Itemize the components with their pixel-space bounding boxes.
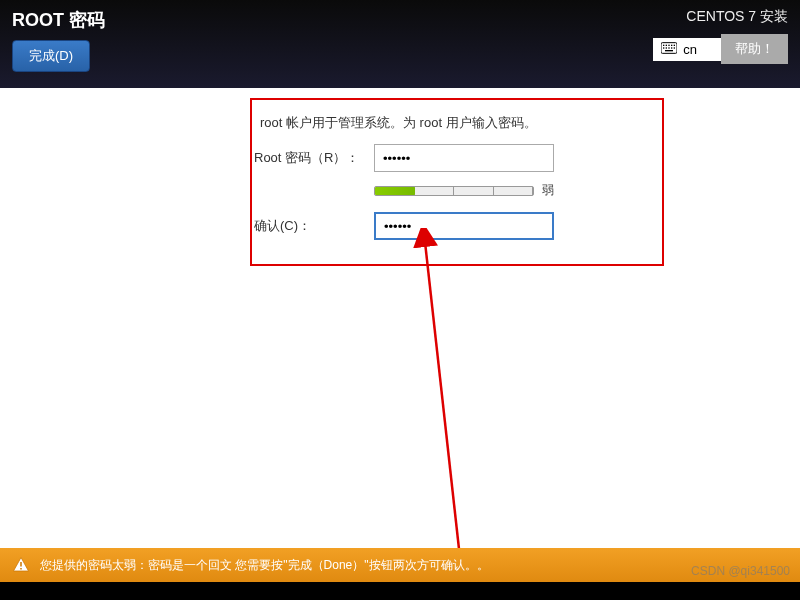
password-strength-label: 弱 (542, 182, 554, 199)
header-left: ROOT 密码 完成(D) (12, 8, 105, 80)
password-strength-meter (374, 186, 534, 196)
svg-rect-3 (669, 44, 670, 45)
watermark-text: CSDN @qi341500 (691, 564, 790, 578)
svg-rect-5 (674, 44, 675, 45)
svg-rect-11 (665, 50, 673, 51)
password-strength-fill (375, 187, 415, 195)
svg-rect-2 (666, 44, 667, 45)
confirm-password-input[interactable] (374, 212, 554, 240)
svg-rect-4 (671, 44, 672, 45)
annotation-arrow (330, 228, 480, 568)
svg-rect-6 (663, 47, 664, 48)
language-selector[interactable]: cn (653, 38, 721, 61)
svg-rect-15 (20, 568, 22, 570)
svg-rect-8 (669, 47, 670, 48)
svg-rect-7 (666, 47, 667, 48)
instruction-text: root 帐户用于管理系统。为 root 用户输入密码。 (260, 114, 537, 132)
main-content: root 帐户用于管理系统。为 root 用户输入密码。 Root 密码（R）：… (0, 88, 800, 548)
lang-help-group: cn 帮助！ (653, 34, 788, 64)
help-button[interactable]: 帮助！ (721, 34, 788, 64)
header-bar: ROOT 密码 完成(D) CENTOS 7 安装 cn 帮助！ (0, 0, 800, 88)
header-right: CENTOS 7 安装 cn 帮助！ (653, 8, 788, 80)
svg-rect-9 (671, 47, 672, 48)
done-button[interactable]: 完成(D) (12, 40, 90, 72)
svg-rect-10 (674, 47, 675, 48)
confirm-password-row: 确认(C)： (254, 212, 554, 240)
svg-rect-1 (663, 44, 664, 45)
install-title: CENTOS 7 安装 (686, 8, 788, 26)
svg-line-13 (425, 242, 460, 558)
warning-text: 您提供的密码太弱：密码是一个回文 您需要按"完成（Done）"按钮两次方可确认。… (40, 557, 489, 574)
root-password-row: Root 密码（R）： (254, 144, 554, 172)
svg-rect-14 (20, 562, 22, 567)
warning-bar: 您提供的密码太弱：密码是一个回文 您需要按"完成（Done）"按钮两次方可确认。… (0, 548, 800, 582)
warning-icon (12, 556, 30, 574)
root-password-input[interactable] (374, 144, 554, 172)
keyboard-icon (661, 42, 677, 57)
page-title: ROOT 密码 (12, 8, 105, 32)
bottom-black-bar (0, 582, 800, 600)
language-code: cn (683, 42, 697, 57)
root-password-label: Root 密码（R）： (254, 149, 374, 167)
password-strength-row: 弱 (374, 182, 554, 199)
confirm-password-label: 确认(C)： (254, 217, 374, 235)
